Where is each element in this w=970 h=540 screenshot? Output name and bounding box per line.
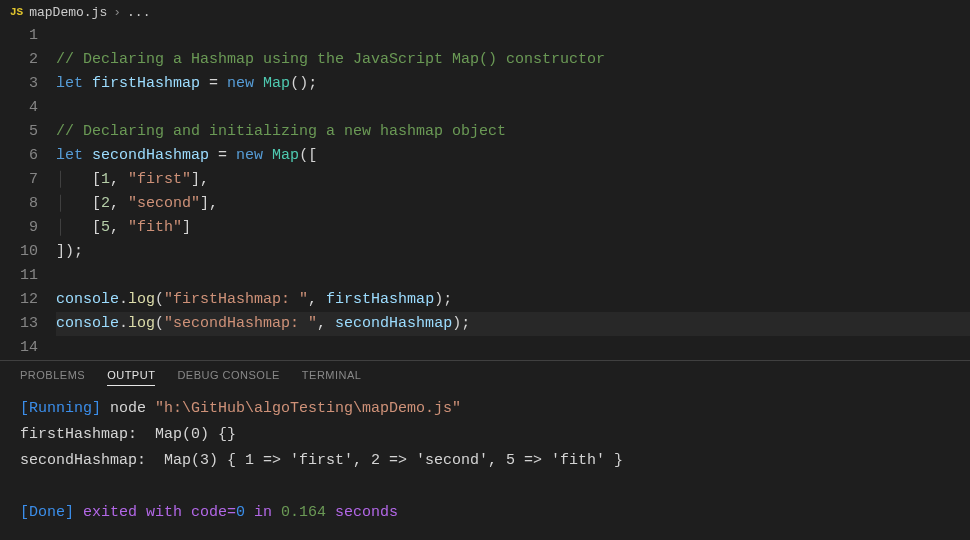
breadcrumb-filename[interactable]: mapDemo.js xyxy=(29,5,107,20)
code-line[interactable]: // Declaring and initializing a new hash… xyxy=(56,120,970,144)
code-line[interactable]: ]); xyxy=(56,240,970,264)
code-line[interactable]: // Declaring a Hashmap using the JavaScr… xyxy=(56,48,970,72)
output-running-tag: [Running] xyxy=(20,400,101,417)
code-line[interactable]: let firstHashmap = new Map(); xyxy=(56,72,970,96)
output-done-tag: [Done] xyxy=(20,504,74,521)
code-line[interactable] xyxy=(56,336,970,360)
code-editor[interactable]: 1 2 3 4 5 6 7 8 9 10 11 12 13 14 // Decl… xyxy=(0,24,970,360)
code-line[interactable] xyxy=(56,96,970,120)
line-number: 8 xyxy=(0,192,38,216)
code-line[interactable]: let secondHashmap = new Map([ xyxy=(56,144,970,168)
code-content[interactable]: // Declaring a Hashmap using the JavaScr… xyxy=(56,24,970,360)
tab-output[interactable]: OUTPUT xyxy=(107,369,155,386)
line-number: 11 xyxy=(0,264,38,288)
line-number: 10 xyxy=(0,240,38,264)
line-number: 12 xyxy=(0,288,38,312)
tab-terminal[interactable]: TERMINAL xyxy=(302,369,362,386)
output-content[interactable]: [Running] node "h:\GitHub\algoTesting\ma… xyxy=(0,392,970,530)
breadcrumb-bar[interactable]: JS mapDemo.js › ... xyxy=(0,0,970,24)
line-number: 5 xyxy=(0,120,38,144)
output-file-path: "h:\GitHub\algoTesting\mapDemo.js" xyxy=(155,400,461,417)
code-line-active[interactable]: console.log("secondHashmap: ", secondHas… xyxy=(56,312,970,336)
line-number: 3 xyxy=(0,72,38,96)
tab-debug-console[interactable]: DEBUG CONSOLE xyxy=(177,369,279,386)
line-number: 9 xyxy=(0,216,38,240)
chevron-right-icon: › xyxy=(113,5,121,20)
output-line: secondHashmap: Map(3) { 1 => 'first', 2 … xyxy=(20,452,623,469)
output-line: firstHashmap: Map(0) {} xyxy=(20,426,236,443)
bottom-panel: PROBLEMS OUTPUT DEBUG CONSOLE TERMINAL [… xyxy=(0,360,970,540)
line-number: 1 xyxy=(0,24,38,48)
panel-tab-bar: PROBLEMS OUTPUT DEBUG CONSOLE TERMINAL xyxy=(0,361,970,392)
code-line[interactable] xyxy=(56,24,970,48)
breadcrumb-dots[interactable]: ... xyxy=(127,5,150,20)
line-number: 7 xyxy=(0,168,38,192)
line-number: 6 xyxy=(0,144,38,168)
code-line[interactable]: console.log("firstHashmap: ", firstHashm… xyxy=(56,288,970,312)
code-line[interactable]: │ [5, "fith"] xyxy=(56,216,970,240)
line-number: 14 xyxy=(0,336,38,360)
code-line[interactable]: │ [2, "second"], xyxy=(56,192,970,216)
js-file-icon: JS xyxy=(10,6,23,18)
tab-problems[interactable]: PROBLEMS xyxy=(20,369,85,386)
line-number: 13 xyxy=(0,312,38,336)
line-number-gutter: 1 2 3 4 5 6 7 8 9 10 11 12 13 14 xyxy=(0,24,56,360)
code-line[interactable]: │ [1, "first"], xyxy=(56,168,970,192)
code-line[interactable] xyxy=(56,264,970,288)
line-number: 4 xyxy=(0,96,38,120)
line-number: 2 xyxy=(0,48,38,72)
